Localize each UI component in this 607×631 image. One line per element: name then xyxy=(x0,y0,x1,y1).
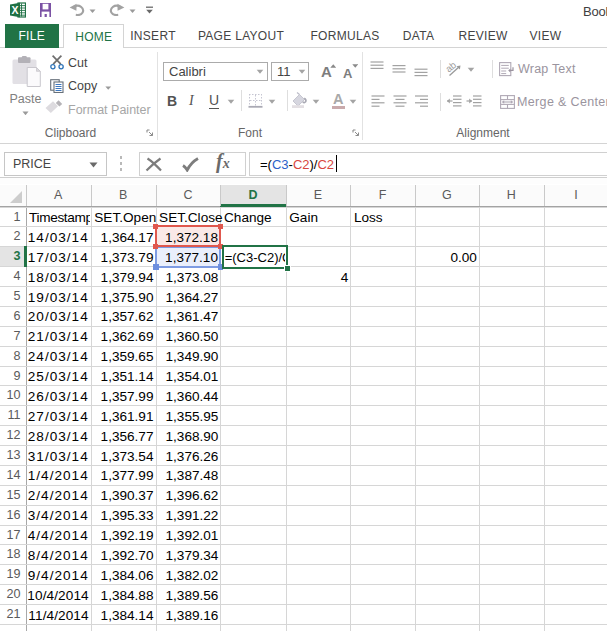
svg-text:ab: ab xyxy=(445,60,458,74)
svg-text:X: X xyxy=(11,4,18,16)
